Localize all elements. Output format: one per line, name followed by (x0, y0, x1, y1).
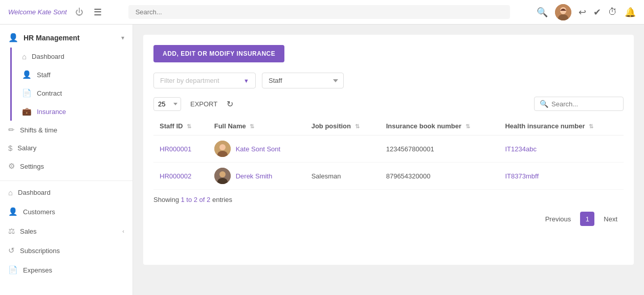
filter-department[interactable]: Filter by department ▼ (153, 73, 256, 88)
welcome-text: Welcome Kate Sont (8, 8, 67, 16)
sort-icon: ⇅ (589, 123, 593, 129)
sidebar-item-label: Salary (17, 144, 36, 152)
table-search-icon: 🔍 (540, 100, 548, 108)
per-page-select[interactable]: 25 50 100 (153, 97, 181, 111)
sidebar-item-label: Subscriptions (20, 247, 60, 255)
staff-avatar (214, 141, 231, 157)
subscriptions-icon: ↺ (8, 246, 15, 255)
sidebar-item-label: Staff (37, 71, 51, 79)
staff-id-link[interactable]: HR000002 (160, 172, 191, 180)
sidebar-item-label: Contract (37, 89, 62, 97)
hamburger-icon[interactable]: ☰ (94, 7, 102, 18)
table-search-input[interactable] (551, 100, 618, 108)
table-controls: 25 50 100 EXPORT ↻ 🔍 (153, 97, 624, 111)
health-insurance-link[interactable]: IT8373mbff (505, 172, 539, 180)
col-insurance-book[interactable]: Insurance book number ⇅ (380, 117, 499, 135)
sidebar-item-label: Shifts & time (20, 126, 57, 134)
page-1-button[interactable]: 1 (580, 212, 594, 226)
reply-icon[interactable]: ↩ (579, 7, 586, 18)
cell-staff-id: HR000002 (153, 163, 208, 190)
sidebar-item-label: Settings (20, 163, 44, 170)
avatar (555, 4, 571, 20)
topbar: Welcome Kate Sont ⏻ ☰ 🔍 ↩ ✔ ⏱ 🔔 (0, 0, 644, 25)
sidebar-module-hr[interactable]: 👤 HR Management ▾ (0, 28, 132, 48)
staff-id-link[interactable]: HR000001 (160, 145, 191, 153)
showing-range: 1 to 2 of 2 (181, 196, 210, 203)
clock-icon[interactable]: ⏱ (608, 7, 617, 17)
check-icon[interactable]: ✔ (593, 7, 601, 18)
staff-avatar (214, 168, 231, 184)
next-button[interactable]: Next (597, 212, 624, 226)
cell-health-insurance: IT1234abc (499, 135, 624, 163)
sort-icon: ⇅ (250, 123, 254, 129)
sidebar-item-label: Customers (23, 208, 55, 216)
cell-insurance-book: 1234567800001 (380, 135, 499, 163)
staff-name-link[interactable]: Kate Sont Sont (236, 145, 280, 153)
search-icon[interactable]: 🔍 (537, 7, 548, 18)
sidebar-item-label: Insurance (37, 108, 66, 116)
customers-icon: 👤 (8, 207, 18, 216)
health-insurance-link[interactable]: IT1234abc (505, 145, 536, 153)
staff-name-link[interactable]: Derek Smith (236, 172, 273, 180)
col-job-position[interactable]: Job position ⇅ (305, 117, 380, 135)
cell-insurance-book: 879654320000 (380, 163, 499, 190)
pagination: Previous 1 Next (153, 212, 624, 226)
col-staff-id[interactable]: Staff ID ⇅ (153, 117, 208, 135)
dollar-icon: $ (8, 144, 12, 152)
cell-job-position (305, 135, 380, 163)
sidebar-item-dashboard2[interactable]: ⌂ Dashboard (0, 183, 132, 202)
sidebar-module-label: HR Management (24, 34, 80, 42)
sidebar-item-subscriptions[interactable]: ↺ Subscriptions (0, 241, 132, 260)
contract-icon: 📄 (22, 88, 32, 98)
filter-type-select[interactable]: Staff Contract All (262, 73, 344, 88)
chevron-down-icon: ▾ (121, 34, 124, 41)
sidebar-item-label: Dashboard (32, 53, 64, 60)
cell-job-position: Salesman (305, 163, 380, 190)
user-circle-icon: 👤 (8, 33, 18, 42)
sort-icon: ⇅ (187, 123, 191, 129)
pencil-icon: ✏ (8, 125, 15, 134)
expenses-icon: 📄 (8, 265, 18, 275)
svg-point-8 (219, 171, 226, 177)
col-health-insurance[interactable]: Health insurance number ⇅ (499, 117, 624, 135)
sidebar-item-staff[interactable]: 👤 Staff (12, 65, 132, 84)
sidebar-item-insurance[interactable]: 💼 Insurance (12, 102, 132, 121)
cell-full-name: Kate Sont Sont (208, 135, 305, 163)
sidebar-item-settings[interactable]: ⚙ Settings (0, 157, 132, 175)
sort-icon: ⇅ (355, 123, 360, 129)
previous-button[interactable]: Previous (539, 212, 578, 226)
cell-health-insurance: IT8373mbff (499, 163, 624, 190)
col-full-name[interactable]: Full Name ⇅ (208, 117, 305, 135)
staff-icon: 👤 (22, 70, 32, 79)
home-icon2: ⌂ (8, 188, 13, 197)
main-content: ADD, EDIT OR MODIFY INSURANCE Filter by … (133, 25, 644, 295)
sidebar-item-salary[interactable]: $ Salary (0, 139, 132, 157)
cell-staff-id: HR000001 (153, 135, 208, 163)
sidebar-item-contract[interactable]: 📄 Contract (12, 84, 132, 102)
refresh-button[interactable]: ↻ (227, 99, 233, 109)
power-icon[interactable]: ⏻ (75, 8, 83, 17)
add-insurance-button[interactable]: ADD, EDIT OR MODIFY INSURANCE (153, 45, 284, 62)
sidebar-item-expenses[interactable]: 📄 Expenses (0, 260, 132, 280)
svg-point-5 (219, 144, 226, 150)
sidebar-item-label: Expenses (23, 266, 52, 274)
showing-text: Showing 1 to 2 of 2 entries (153, 196, 624, 203)
sales-icon: ⚖ (8, 226, 15, 236)
filter-row: Filter by department ▼ Staff Contract Al… (153, 73, 624, 88)
sort-icon: ⇅ (465, 123, 470, 129)
search-input[interactable] (128, 5, 510, 19)
table-row: HR000002 Derek Smith Salesman 8796543200… (153, 163, 624, 190)
bell-icon[interactable]: 🔔 (625, 7, 636, 18)
sidebar-item-label: Dashboard (18, 189, 51, 196)
insurance-icon: 💼 (22, 107, 32, 116)
sidebar-item-customers[interactable]: 👤 Customers (0, 202, 132, 221)
sidebar-item-sales[interactable]: ⚖ Sales ‹ (0, 221, 132, 241)
sidebar-item-dashboard[interactable]: ⌂ Dashboard (12, 48, 132, 65)
export-button[interactable]: EXPORT (186, 98, 221, 110)
sidebar-item-shifts[interactable]: ✏ Shifts & time (0, 121, 132, 139)
layout: 👤 HR Management ▾ ⌂ Dashboard 👤 Staff 📄 … (0, 25, 644, 295)
gear-icon: ⚙ (8, 162, 15, 171)
filter-dept-label: Filter by department (160, 77, 240, 84)
sidebar-sub-items: ⌂ Dashboard 👤 Staff 📄 Contract 💼 Insuran… (10, 48, 132, 121)
arrow-icon: ‹ (122, 228, 124, 234)
